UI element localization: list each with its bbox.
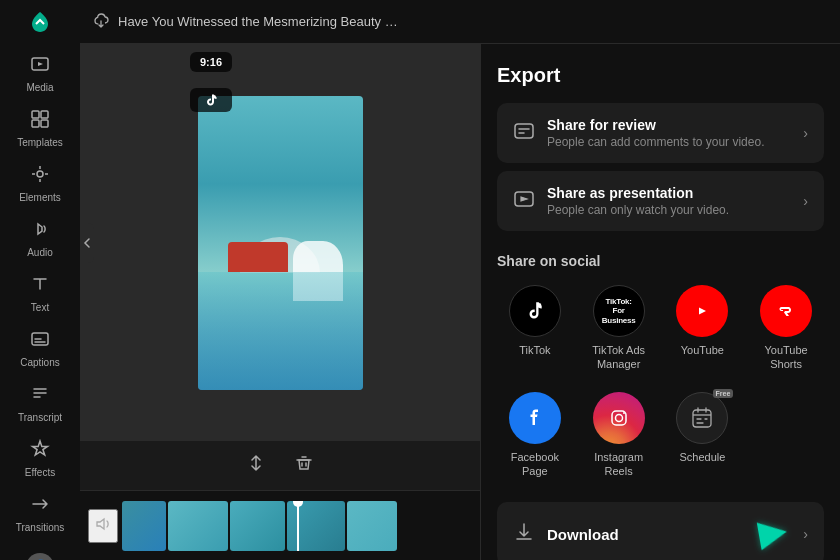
svg-rect-4: [41, 120, 48, 127]
aspect-ratio: 9:16: [200, 56, 222, 68]
share-as-presentation-card[interactable]: Share as presentation People can only wa…: [497, 171, 824, 231]
sidebar-item-templates-label: Templates: [17, 137, 63, 148]
captions-icon: [30, 329, 50, 354]
timeline-clip-3[interactable]: [230, 501, 285, 551]
split-button[interactable]: [242, 449, 270, 482]
timeline-playhead: [297, 501, 299, 551]
facebook-label: Facebook Page: [501, 450, 569, 479]
editor-toolbar: [80, 441, 480, 490]
panel-collapse-handle[interactable]: [80, 223, 94, 263]
transcript-icon: [30, 384, 50, 409]
svg-rect-3: [32, 120, 39, 127]
svg-point-5: [37, 171, 43, 177]
share-presentation-desc: People can only watch your video.: [547, 203, 791, 217]
free-badge: Free: [713, 389, 734, 398]
tiktok-ads-label: TikTok Ads Manager: [585, 343, 653, 372]
social-youtube-shorts[interactable]: YouTube Shorts: [748, 279, 824, 378]
delete-button[interactable]: [290, 449, 318, 482]
templates-icon: [30, 109, 50, 134]
sidebar-item-media[interactable]: Media: [6, 48, 74, 99]
sidebar-item-templates[interactable]: Templates: [6, 103, 74, 154]
svg-point-12: [623, 412, 625, 414]
timeline-clip-4[interactable]: [287, 501, 345, 551]
timeline: [80, 490, 480, 560]
social-youtube[interactable]: YouTube: [665, 279, 741, 378]
social-tiktok[interactable]: TikTok: [497, 279, 573, 378]
tiktok-ads-icon: TikTok:For Business: [593, 285, 645, 337]
timeline-clips: [122, 501, 472, 551]
format-badge: 9:16: [190, 52, 232, 72]
transitions-icon: [30, 494, 50, 519]
sidebar-item-elements-label: Elements: [19, 192, 61, 203]
download-bar[interactable]: Download ›: [497, 502, 824, 560]
volume-button[interactable]: [88, 509, 118, 543]
canvas-area: 9:16: [80, 44, 480, 441]
sidebar-item-audio[interactable]: Audio: [6, 213, 74, 264]
download-icon: [513, 521, 535, 548]
sidebar-item-effects[interactable]: Effects: [6, 433, 74, 484]
social-tiktok-ads[interactable]: TikTok:For Business TikTok Ads Manager: [581, 279, 657, 378]
download-label: Download: [547, 526, 743, 543]
share-review-title: Share for review: [547, 117, 791, 133]
share-presentation-icon: [513, 188, 535, 215]
youtube-icon: [676, 285, 728, 337]
project-title: Have You Witnessed the Mesmerizing Beaut…: [118, 14, 398, 29]
sidebar-item-effects-label: Effects: [25, 467, 55, 478]
tiktok-icon: [509, 285, 561, 337]
export-title: Export: [497, 64, 824, 87]
social-instagram[interactable]: Instagram Reels: [581, 386, 657, 485]
media-icon: [30, 54, 50, 79]
timeline-clip-1[interactable]: [122, 501, 166, 551]
instagram-label: Instagram Reels: [585, 450, 653, 479]
audio-icon: [30, 219, 50, 244]
sidebar-item-text-label: Text: [31, 302, 49, 313]
share-for-review-card[interactable]: Share for review People can add comments…: [497, 103, 824, 163]
svg-point-11: [615, 414, 622, 421]
logo: [22, 8, 58, 36]
sidebar-item-elements[interactable]: Elements: [6, 158, 74, 209]
share-social-label: Share on social: [497, 253, 824, 269]
timeline-clip-2[interactable]: [168, 501, 228, 551]
youtube-shorts-label: YouTube Shorts: [752, 343, 820, 372]
youtube-shorts-icon: [760, 285, 812, 337]
svg-rect-1: [32, 111, 39, 118]
sidebar-item-transcript-label: Transcript: [18, 412, 62, 423]
facebook-icon: [509, 392, 561, 444]
sidebar-item-audio-label: Audio: [27, 247, 53, 258]
tiktok-label: TikTok: [519, 343, 550, 357]
account-button[interactable]: 👤: [6, 547, 74, 560]
share-review-icon: [513, 120, 535, 147]
sidebar-item-captions-label: Captions: [20, 357, 59, 368]
video-preview: [198, 96, 363, 390]
text-icon: [30, 274, 50, 299]
svg-rect-13: [693, 410, 711, 427]
effects-icon: [30, 439, 50, 464]
social-grid: TikTok TikTok:For Business TikTok Ads Ma…: [497, 279, 824, 484]
sidebar-item-media-label: Media: [26, 82, 53, 93]
schedule-icon: Free: [676, 392, 728, 444]
topbar: Have You Witnessed the Mesmerizing Beaut…: [80, 0, 840, 44]
share-review-arrow: ›: [803, 125, 808, 141]
content-area: 9:16: [80, 44, 840, 560]
youtube-label: YouTube: [681, 343, 724, 357]
cloud-icon: [92, 11, 110, 33]
social-schedule[interactable]: Free Schedule: [665, 386, 741, 485]
cursor-indicator: [755, 516, 791, 552]
social-facebook[interactable]: Facebook Page: [497, 386, 573, 485]
svg-rect-2: [41, 111, 48, 118]
share-review-desc: People can add comments to your video.: [547, 135, 791, 149]
download-arrow-icon: ›: [803, 526, 808, 542]
platform-badge: [190, 88, 232, 112]
timeline-clip-5[interactable]: [347, 501, 397, 551]
sidebar-item-captions[interactable]: Captions: [6, 323, 74, 374]
share-presentation-arrow: ›: [803, 193, 808, 209]
export-panel: Export Share for review People can add c…: [480, 44, 840, 560]
sidebar-item-transcript[interactable]: Transcript: [6, 378, 74, 429]
sidebar-item-transitions[interactable]: Transitions: [6, 488, 74, 539]
sidebar-item-transitions-label: Transitions: [16, 522, 65, 533]
share-presentation-title: Share as presentation: [547, 185, 791, 201]
schedule-label: Schedule: [679, 450, 725, 464]
sidebar: Media Templates Elements: [0, 0, 80, 560]
svg-rect-8: [515, 124, 533, 138]
sidebar-item-text[interactable]: Text: [6, 268, 74, 319]
